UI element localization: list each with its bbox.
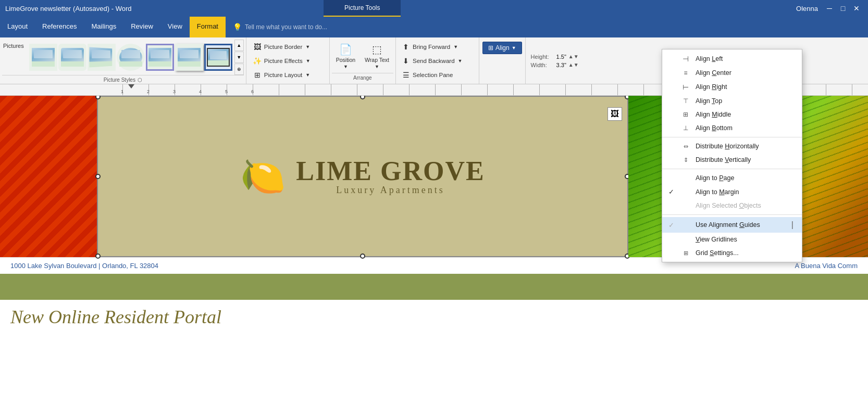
size-group: Height: 1.5" ▲▼ Width: 3.3" ▲▼ [526, 37, 584, 84]
align-right-icon: ⊢ [681, 83, 690, 91]
address-left: 1000 Lake Sylvan Boulevard | Orlando, FL… [10, 262, 158, 270]
expand-icon[interactable]: ⬡ [138, 77, 142, 83]
dropdown-align-middle[interactable]: ⊞ Align Middle [662, 108, 802, 121]
style-thumb-4[interactable] [117, 44, 145, 71]
position-button[interactable]: 📄 Position ▼ [332, 40, 359, 73]
style-thumb-2[interactable] [58, 44, 86, 71]
align-dropdown-menu: ⊣ Align Left ≡ Align Center ⊢ Align Righ… [662, 49, 802, 262]
align-top-label: Align Top [696, 97, 793, 105]
title-bar: LimeGrove newsletter (Autosaved) - Word … [0, 0, 868, 17]
position-wrap-group: 📄 Position ▼ ⬚ Wrap Text ▼ Arrange [330, 37, 396, 84]
handle-top-middle[interactable] [360, 96, 365, 99]
gallery-down-arrow[interactable]: ▼ [234, 52, 244, 63]
picture-effects-button[interactable]: ✨ Picture Effects ▼ [251, 56, 325, 66]
align-top-icon: ⊤ [681, 97, 690, 105]
tab-review[interactable]: Review [123, 17, 160, 37]
dropdown-align-margin[interactable]: ✓ Align to Margin [662, 185, 802, 199]
arrange-label: Arrange [332, 73, 393, 82]
maximize-button[interactable]: □ [837, 2, 849, 15]
selection-pane-button[interactable]: ☰ Selection Pane [399, 70, 476, 80]
dropdown-distribute-v[interactable]: ⇕ Distribute Vertically [662, 153, 802, 167]
align-center-label: Align Center [696, 69, 793, 77]
user-name: Olenna [796, 5, 818, 12]
logo-subtitle: Luxury Apartments [296, 185, 485, 196]
style-thumb-5[interactable] [146, 44, 174, 71]
style-gallery [27, 42, 234, 73]
height-label: Height: [531, 54, 554, 60]
picture-styles-label: Picture Styles ⬡ [2, 75, 244, 84]
height-spinner-icon[interactable]: ▲▼ [568, 54, 579, 59]
width-row: Width: 3.3" ▲▼ [531, 62, 579, 68]
align-left-label: Align Left [696, 55, 793, 62]
dropdown-distribute-h[interactable]: ⇔ Distribute Horizontally [662, 139, 802, 153]
picture-tools-tab: Picture Tools [324, 0, 401, 17]
ruler-mark-6: 6 [251, 89, 254, 94]
dropdown-align-right[interactable]: ⊢ Align Right [662, 80, 802, 94]
dropdown-arrow-icon: ▼ [305, 44, 310, 49]
dropdown-align-page[interactable]: Align to Page [662, 171, 802, 185]
align-selected-label: Align Selected Objects [696, 202, 793, 209]
dropdown-view-gridlines[interactable]: View Gridlines [662, 233, 802, 246]
headline-text: New Online Resident Portal [10, 306, 858, 328]
ruler-indent-marker[interactable] [128, 84, 134, 88]
use-guides-label: Use Alignment Guides [696, 221, 784, 229]
gallery-up-arrow[interactable]: ▲ [234, 40, 244, 51]
sb-arrow-icon: ▼ [458, 58, 463, 64]
tab-layout[interactable]: Layout [0, 17, 35, 37]
height-row: Height: 1.5" ▲▼ [531, 54, 579, 60]
dropdown-align-bottom[interactable]: ⊥ Align Bottom [662, 121, 802, 135]
align-button[interactable]: ⊞ Align ▼ [482, 42, 522, 54]
width-spinner-icon[interactable]: ▲▼ [568, 62, 579, 68]
align-bottom-icon: ⊥ [681, 124, 690, 132]
dropdown-grid-settings[interactable]: ⊞ Grid Settings... [662, 246, 802, 260]
align-middle-icon: ⊞ [681, 111, 690, 118]
tab-references[interactable]: References [35, 17, 84, 37]
send-backward-button[interactable]: ⬇ Send Backward ▼ [399, 56, 476, 66]
picture-border-button[interactable]: 🖼 Picture Border ▼ [251, 42, 325, 52]
align-dropdown-icon: ▼ [512, 45, 516, 50]
gallery-more-arrow[interactable]: ⊕ [234, 64, 244, 75]
green-bar [0, 274, 868, 300]
check-mark-align-margin: ✓ [668, 188, 676, 196]
style-thumb-6[interactable] [175, 44, 203, 71]
minimize-button[interactable]: ─ [823, 2, 836, 15]
tab-view[interactable]: View [160, 17, 190, 37]
wrap-text-button[interactable]: ⬚ Wrap Text ▼ [361, 40, 393, 73]
style-thumb-3[interactable] [88, 44, 116, 71]
handle-bottom-left[interactable] [95, 253, 101, 259]
style-thumb-1[interactable] [29, 44, 57, 71]
align-page-label: Align to Page [696, 174, 793, 182]
dropdown-align-left[interactable]: ⊣ Align Left [662, 52, 802, 66]
ruler-mark-2: 2 [147, 89, 150, 94]
view-gridlines-label: View Gridlines [696, 236, 793, 243]
position-icon: 📄 [339, 43, 352, 56]
selection-pane-icon: ☰ [401, 71, 411, 79]
handle-middle-left[interactable] [95, 174, 101, 179]
tab-mailings[interactable]: Mailings [84, 17, 124, 37]
close-button[interactable]: ✕ [850, 2, 863, 15]
handle-bottom-middle[interactable] [360, 253, 365, 259]
address-right: A Buena Vida Comm [795, 262, 858, 270]
align-middle-label: Align Middle [696, 111, 793, 118]
handle-top-left[interactable] [95, 96, 101, 99]
float-indicator: 🖼 [607, 107, 622, 121]
align-center-icon: ≡ [681, 69, 690, 77]
distribute-v-icon: ⇕ [681, 157, 690, 163]
ruler-mark-3: 3 [173, 89, 176, 94]
style-thumb-7[interactable] [204, 44, 232, 71]
tell-me-input[interactable] [245, 23, 359, 31]
dropdown-align-top[interactable]: ⊤ Align Top [662, 94, 802, 108]
ribbon-tabs-row: Layout References Mailings Review View F… [0, 17, 868, 37]
bring-forward-icon: ⬆ [401, 43, 411, 51]
float-icon: 🖼 [611, 109, 619, 118]
bring-forward-group: ⬆ Bring Forward ▼ ⬇ Send Backward ▼ ☰ Se… [396, 37, 479, 84]
tab-format[interactable]: Format [190, 17, 226, 37]
dropdown-align-center[interactable]: ≡ Align Center [662, 66, 802, 80]
bring-forward-button[interactable]: ⬆ Bring Forward ▼ [399, 42, 476, 52]
logo-image[interactable]: 🖼 🍋 LIME GROVE Luxury Apartments [97, 96, 628, 257]
dropdown-align-selected[interactable]: Align Selected Objects [662, 199, 802, 212]
distribute-h-icon: ⇔ [681, 143, 690, 150]
picture-layout-button[interactable]: ⊞ Picture Layout ▼ [251, 70, 325, 80]
headline-area: New Online Resident Portal [0, 300, 868, 334]
dropdown-use-guides[interactable]: ✓ Use Alignment Guides | [662, 217, 802, 233]
